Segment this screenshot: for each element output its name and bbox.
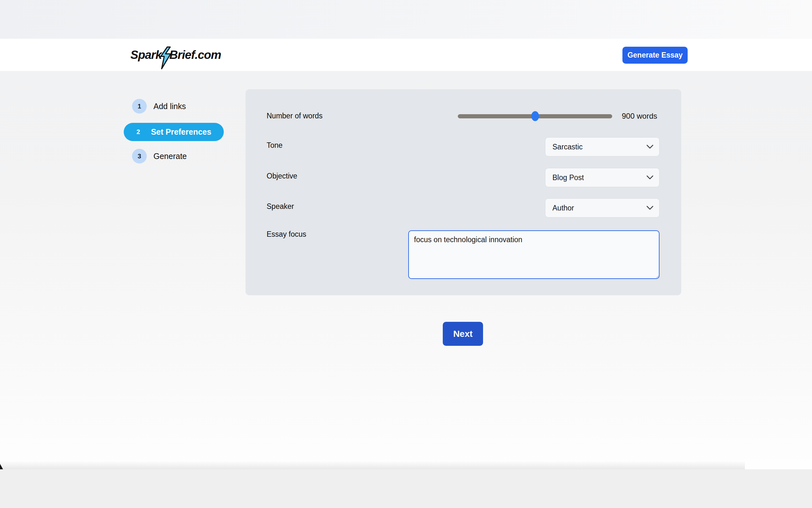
tone-select-value: Sarcastic [553, 143, 647, 151]
word-count-slider[interactable] [458, 108, 612, 125]
speaker-label: Speaker [267, 202, 294, 211]
word-count-value: 900 words [622, 112, 657, 121]
objective-select-value: Blog Post [553, 173, 647, 182]
app-window: Spark Brief.com Generate Essay 1 Add lin… [0, 0, 812, 508]
objective-select[interactable]: Blog Post [545, 168, 660, 187]
chevron-down-icon [647, 206, 654, 210]
slider-thumb[interactable] [531, 111, 539, 121]
step-item-set-preferences[interactable]: 2 Set Preferences [124, 123, 224, 141]
bottom-band [0, 469, 812, 508]
chevron-down-icon [647, 144, 654, 149]
step-number: 1 [138, 103, 141, 110]
step-label: Set Preferences [151, 127, 211, 137]
step-3-circle: 3 [132, 149, 147, 164]
step-item-add-links[interactable]: Add links [153, 99, 186, 114]
logo[interactable]: Spark Brief.com [131, 39, 221, 71]
word-count-label: Number of words [267, 112, 323, 120]
tone-label: Tone [267, 141, 283, 150]
tone-select[interactable]: Sarcastic [545, 137, 660, 157]
step-number: 2 [137, 128, 140, 136]
lightning-bolt-icon [159, 45, 172, 70]
logo-text-brief: Brief.com [170, 48, 221, 62]
generate-essay-button[interactable]: Generate Essay [622, 47, 688, 64]
essay-focus-label: Essay focus [267, 230, 306, 239]
essay-focus-textarea[interactable]: focus on technological innovation [408, 230, 660, 279]
next-button[interactable]: Next [443, 322, 483, 346]
logo-text-spark: Spark [131, 48, 162, 62]
speaker-select[interactable]: Author [545, 198, 660, 217]
top-gradient-band [0, 0, 812, 39]
step-item-generate[interactable]: Generate [153, 149, 187, 164]
preferences-panel: Number of words 900 words Tone Sarcastic… [245, 89, 681, 295]
speaker-select-value: Author [553, 204, 647, 212]
header: Spark Brief.com Generate Essay [0, 39, 812, 71]
step-1-circle: 1 [132, 99, 147, 114]
step-number: 3 [138, 153, 141, 160]
objective-label: Objective [267, 172, 297, 180]
chevron-down-icon [647, 175, 654, 180]
